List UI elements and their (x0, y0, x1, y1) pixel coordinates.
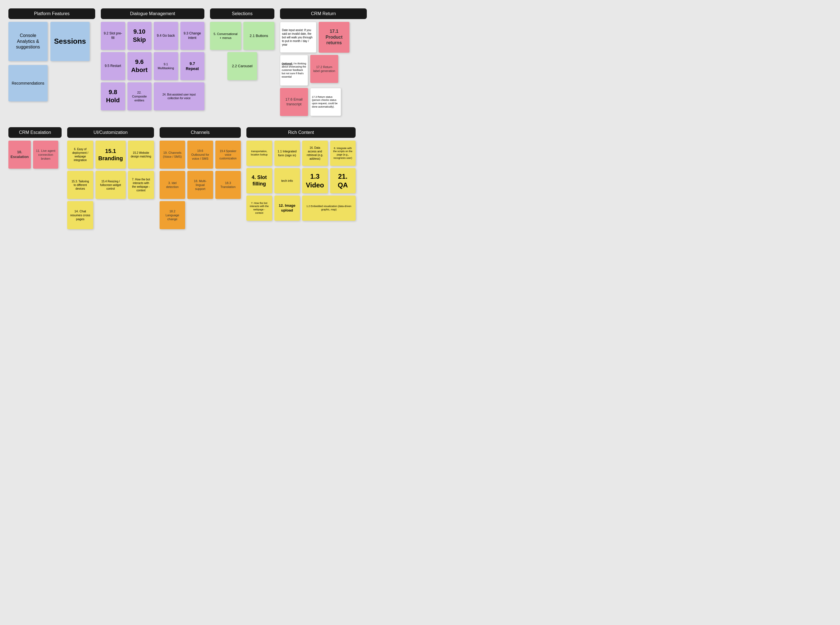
abort-note[interactable]: 9.6 Abort (127, 52, 152, 80)
crm-escalation-header: CRM Escalation (8, 127, 62, 138)
multitasking-note[interactable]: 9.1 Multitasking (154, 52, 178, 80)
selections-body: 5. Conversational + menus 2.1 Buttons 2.… (210, 22, 274, 80)
integrate-scripts-note[interactable]: 8. Integrate with the scripts on the pag… (330, 141, 356, 166)
product-returns-note[interactable]: 17.1 Product returns (319, 22, 349, 53)
bottom-section-row: CRM Escalation 10. Escalation 11. Live a… (8, 127, 832, 229)
outbound-voice-note[interactable]: 19.6 Outbound for voice / SMS (188, 141, 213, 169)
channels-section: Channels 19. Channels (Voice / SMS) 19.6… (160, 127, 241, 229)
selections-section: Selections 5. Conversational + menus 2.1… (210, 8, 274, 80)
top-section-row: Platform Features Console Analytics & su… (8, 8, 832, 116)
channels-voice-sms-note[interactable]: 19. Channels (Voice / SMS) (160, 141, 185, 169)
selections-header: Selections (210, 8, 274, 19)
main-board: Platform Features Console Analytics & su… (8, 8, 832, 229)
change-intent-note[interactable]: 9.3 Change intent (180, 22, 205, 50)
video-note[interactable]: 1.3 Video (302, 168, 328, 193)
sessions-note[interactable]: Sessions (50, 22, 90, 61)
resizing-note[interactable]: 15.4 Resizing / fullscreen widget contro… (96, 171, 126, 199)
branding-note[interactable]: 15.1 Branding (96, 141, 126, 169)
image-upload-note[interactable]: 12. Image upload (274, 196, 300, 221)
go-back-note[interactable]: 9.4 Go back (154, 22, 178, 50)
idle-detection-note[interactable]: 3. Idel detection (160, 171, 185, 199)
website-design-note[interactable]: 15.2 Website design matching (128, 141, 154, 169)
date-input-assist-note[interactable]: Date input assist: If you said an invali… (280, 22, 316, 53)
rich-content-body: transportation, location lookup 1.1 Inte… (246, 141, 356, 221)
embedded-visualization-note[interactable]: 1.2 Embedded visualization (data-driven … (302, 196, 356, 221)
bot-interacts-webpage-note[interactable]: 7. How the bot interacts with the webpag… (128, 171, 154, 199)
integrated-form-note[interactable]: 1.1 Integrated form (sign in) (274, 141, 300, 166)
bot-assisted-note[interactable]: 24. Bot-assisted user input collection f… (154, 82, 205, 110)
platform-features-body: Console Analytics & suggestions Sessions… (8, 22, 95, 101)
chat-resumes-note[interactable]: 14. Chat resumes cross pages (67, 201, 93, 229)
easy-deployment-note[interactable]: 6. Easy of deployment / webpage integrat… (67, 141, 93, 169)
hold-note[interactable]: 9.8 Hold (101, 82, 125, 110)
crm-return-section: CRM Return Date input assist: If you sai… (280, 8, 367, 116)
crm-return-header: CRM Return (280, 8, 367, 19)
channels-header: Channels (160, 127, 241, 138)
composite-entities-note[interactable]: 22. Composite entities (127, 82, 152, 110)
transportation-lookup-note[interactable]: transportation, location lookup (246, 141, 272, 166)
dialogue-management-section: Dialogue Management 9.2 Slot pre-fill 9.… (101, 8, 205, 110)
bot-webpage-context-note[interactable]: 7. How the bot interacts with the webpag… (246, 196, 272, 221)
recommendations-note[interactable]: Recommendations (8, 65, 48, 101)
tailoring-devices-note[interactable]: 15.3. Tailoring to different devices (67, 171, 93, 199)
speaker-voice-note[interactable]: 19.4 Speaker voice customization (215, 141, 241, 169)
escalation-note[interactable]: 10. Escalation (8, 141, 31, 169)
rich-content-header: Rich Content (246, 127, 356, 138)
translation-note[interactable]: 18.3 Translation (215, 171, 241, 199)
ui-customization-body: 6. Easy of deployment / webpage integrat… (67, 141, 154, 229)
crm-escalation-section: CRM Escalation 10. Escalation 11. Live a… (8, 127, 62, 169)
tech-info-note[interactable]: tech info (274, 168, 300, 193)
rich-content-section: Rich Content transportation, location lo… (246, 127, 356, 221)
return-label-note[interactable]: 17.2 Return label generation (310, 55, 338, 83)
dialogue-management-header: Dialogue Management (101, 8, 205, 19)
crm-escalation-body: 10. Escalation 11. Live agent connection… (8, 141, 62, 169)
return-status-note[interactable]: 17.3 Return status (person checks status… (310, 88, 341, 116)
slot-prefill-note[interactable]: 9.2 Slot pre-fill (101, 22, 125, 50)
skip-note[interactable]: 9.10 Skip (127, 22, 152, 50)
email-transcript-note[interactable]: 17.6 Email transcript (280, 88, 308, 116)
data-access-note[interactable]: 16. Data access and retrieval (e.g. addr… (302, 141, 328, 166)
slot-filling-note[interactable]: 4. Slot filling (246, 168, 272, 193)
live-agent-note[interactable]: 11. Live agent connection broken (33, 141, 58, 169)
channels-body: 19. Channels (Voice / SMS) 19.6 Outbound… (160, 141, 241, 229)
language-change-note[interactable]: 18.2 Language change (160, 201, 185, 229)
buttons-note[interactable]: 2.1 Buttons (243, 22, 274, 50)
dialogue-body: 9.2 Slot pre-fill 9.10 Skip 9.4 Go back … (101, 22, 205, 110)
platform-features-section: Platform Features Console Analytics & su… (8, 8, 95, 101)
carousel-note[interactable]: 2.2 Carousel (227, 52, 257, 80)
platform-features-header: Platform Features (8, 8, 95, 19)
crm-return-body: Date input assist: If you said an invali… (280, 22, 367, 116)
multilingual-note[interactable]: 18. Multi-lingual support (188, 171, 213, 199)
optional-note[interactable]: Optional: I'm thinking about showcasing … (280, 55, 308, 86)
restart-note[interactable]: 9.5 Restart (101, 52, 125, 80)
qa-note[interactable]: 21. QA (330, 168, 356, 193)
console-analytics-note[interactable]: Console Analytics & suggestions (8, 22, 48, 61)
conversational-menus-note[interactable]: 5. Conversational + menus (210, 22, 241, 50)
repeat-note[interactable]: 9.7 Repeat (180, 52, 205, 80)
ui-customization-section: UI/Customization 6. Easy of deployment /… (67, 127, 154, 229)
ui-customization-header: UI/Customization (67, 127, 154, 138)
